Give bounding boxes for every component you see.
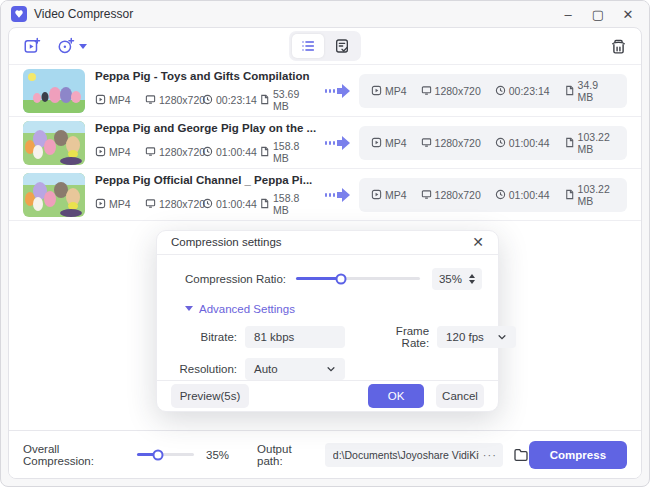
compress-arrow-icon xyxy=(325,187,351,203)
format-icon xyxy=(95,94,106,105)
bottom-bar: Overall Compression: 35% Output path: d:… xyxy=(9,430,641,478)
format-icon xyxy=(95,198,106,209)
chevron-down-icon xyxy=(79,44,87,49)
video-row[interactable]: Peppa Pig and George Pig Play on the ...… xyxy=(9,117,641,169)
video-row[interactable]: Peppa Pig Official Channel _ Peppa Pi...… xyxy=(9,169,641,221)
video-title: Peppa Pig Official Channel _ Peppa Pi... xyxy=(95,174,323,186)
add-record-button[interactable] xyxy=(57,37,87,55)
overall-compression-slider[interactable] xyxy=(137,453,194,456)
app-logo-icon xyxy=(11,6,27,22)
overall-compression-value: 35% xyxy=(206,449,229,461)
resolution-icon xyxy=(421,85,432,96)
duration-icon xyxy=(202,146,213,157)
path-more-button[interactable]: ··· xyxy=(483,449,497,461)
video-row[interactable]: Peppa Pig - Toys and Gifts Compilation M… xyxy=(9,65,641,117)
format-icon xyxy=(371,85,382,96)
list-view-button[interactable] xyxy=(292,34,324,58)
dialog-close-button[interactable]: ✕ xyxy=(472,235,484,249)
ok-button[interactable]: OK xyxy=(368,384,424,408)
open-folder-button[interactable] xyxy=(513,447,529,463)
compression-ratio-spinner[interactable]: 35% xyxy=(432,268,482,290)
resolution-icon xyxy=(145,94,156,105)
video-thumbnail xyxy=(23,69,85,113)
format-icon xyxy=(371,189,382,200)
format-icon xyxy=(371,137,382,148)
duration-icon xyxy=(495,85,506,96)
close-button[interactable]: ✕ xyxy=(617,4,639,24)
window-title: Video Compressor xyxy=(34,7,133,21)
add-video-button[interactable] xyxy=(23,37,41,55)
size-icon xyxy=(564,137,575,148)
titlebar: Video Compressor – ▢ ✕ xyxy=(1,1,649,27)
resolution-label: Resolution: xyxy=(175,363,237,375)
video-thumbnail xyxy=(23,173,85,217)
output-path-label: Output path: xyxy=(257,443,317,467)
overall-compression-label: Overall Compression: xyxy=(23,443,127,467)
dialog-header: Compression settings ✕ xyxy=(157,231,498,255)
size-icon xyxy=(564,85,575,96)
size-icon xyxy=(259,146,270,157)
framerate-label: Frame Rate: xyxy=(379,325,429,349)
compression-ratio-slider[interactable] xyxy=(296,277,420,280)
resolution-select[interactable]: Auto xyxy=(245,358,345,380)
task-view-button[interactable] xyxy=(326,34,358,58)
compress-button[interactable]: Compress xyxy=(529,441,627,469)
advanced-settings-toggle[interactable]: Advanced Settings xyxy=(185,303,482,315)
slider-handle[interactable] xyxy=(335,273,346,284)
compression-ratio-label: Compression Ratio: xyxy=(185,273,286,285)
video-title: Peppa Pig and George Pig Play on the ... xyxy=(95,122,323,134)
duration-icon xyxy=(495,189,506,200)
cancel-button[interactable]: Cancel xyxy=(436,384,484,408)
dialog-title: Compression settings xyxy=(171,236,282,248)
resolution-icon xyxy=(145,146,156,157)
size-icon xyxy=(259,198,270,209)
ratio-value: 35% xyxy=(439,273,462,285)
output-path-input[interactable]: d:\Documents\Joyoshare VidiKit\Video ··· xyxy=(325,443,503,467)
dialog-footer: Preview(5s) OK Cancel xyxy=(157,380,498,411)
minimize-button[interactable]: – xyxy=(557,4,579,24)
source-meta: MP4 1280x720 00:23:14 53.69 MB xyxy=(95,88,323,112)
duration-icon xyxy=(202,198,213,209)
compress-arrow-icon xyxy=(325,83,351,99)
compression-settings-dialog: Compression settings ✕ Compression Ratio… xyxy=(156,230,499,412)
bitrate-input[interactable]: 81 kbps xyxy=(245,326,345,348)
maximize-button[interactable]: ▢ xyxy=(587,4,609,24)
delete-all-button[interactable] xyxy=(610,38,627,55)
source-meta: MP4 1280x720 01:00:44 158.8 MB xyxy=(95,192,323,216)
output-meta: MP4 1280x720 01:00:44 103.22 MB xyxy=(359,126,627,160)
size-icon xyxy=(564,189,575,200)
size-icon xyxy=(259,94,270,105)
resolution-icon xyxy=(421,189,432,200)
resolution-icon xyxy=(421,137,432,148)
compress-arrow-icon xyxy=(325,135,351,151)
output-meta: MP4 1280x720 01:00:44 103.22 MB xyxy=(359,178,627,212)
chevron-down-icon xyxy=(497,332,507,342)
app-window: Video Compressor – ▢ ✕ xyxy=(0,0,650,487)
bitrate-label: Bitrate: xyxy=(175,331,237,343)
preview-button[interactable]: Preview(5s) xyxy=(171,384,249,408)
slider-handle[interactable] xyxy=(153,449,164,460)
duration-icon xyxy=(495,137,506,148)
source-meta: MP4 1280x720 01:00:44 158.8 MB xyxy=(95,140,323,164)
spinner-arrows-icon[interactable] xyxy=(469,274,475,284)
video-thumbnail xyxy=(23,121,85,165)
framerate-select[interactable]: 120 fps xyxy=(437,326,516,348)
triangle-down-icon xyxy=(185,306,193,311)
toolbar xyxy=(9,28,641,65)
video-title: Peppa Pig - Toys and Gifts Compilation xyxy=(95,70,323,82)
view-switcher xyxy=(289,31,361,61)
output-meta: MP4 1280x720 00:23:14 34.9 MB xyxy=(359,74,627,108)
duration-icon xyxy=(202,94,213,105)
chevron-down-icon xyxy=(326,364,336,374)
resolution-icon xyxy=(145,198,156,209)
format-icon xyxy=(95,146,106,157)
